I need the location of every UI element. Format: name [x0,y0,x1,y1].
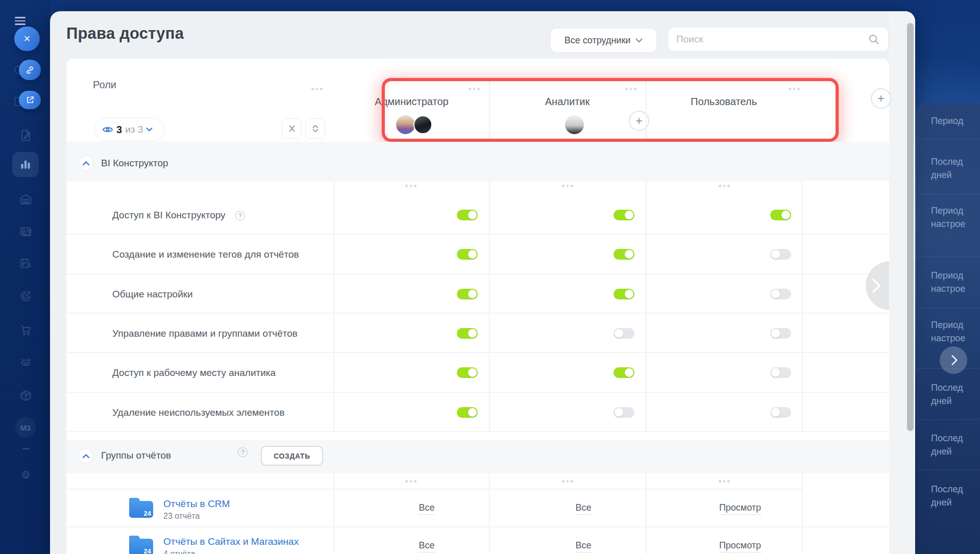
toggle-analyst[interactable] [614,249,634,260]
group-access-admin[interactable]: Все [376,502,478,513]
toggle-admin[interactable] [457,328,478,339]
permission-row: Общие настройки [66,274,889,314]
scrollbar-thumb[interactable] [907,23,914,431]
roles-highlight-box [382,78,839,142]
sidebar-item-shop[interactable] [19,323,33,337]
toggle-admin[interactable] [457,289,478,299]
sidebar-item-m3[interactable]: М3 [15,417,36,438]
roles-panel-title: Роли [93,79,116,91]
warehouse-icon [19,192,33,206]
link-icon [25,65,35,75]
chevron-up-icon [82,161,90,166]
chevron-down-icon [146,128,153,132]
avatar[interactable] [396,115,415,134]
access-rights-panel: Роли 3 из 3 Администратор Аналитик Польз… [66,59,889,554]
role-column-user[interactable]: Пользователь [646,96,802,108]
toggle-user[interactable] [770,210,791,220]
toggle-analyst[interactable] [614,289,634,299]
toggle-user[interactable] [770,328,791,339]
permission-label: Создание и изменение тегов для отчётов [112,249,299,260]
role-column-administrator[interactable]: Администратор [334,96,489,108]
toggle-user[interactable] [770,407,791,418]
role-column-analyst[interactable]: Аналитик [489,96,646,108]
group-access-admin[interactable]: Все [376,540,478,551]
permission-label: Общие настройки [112,289,193,300]
report-group-link[interactable]: Отчёты в Сайтах и Магазинах [163,536,299,547]
background-period-panel: Период Последдней Периоднастрое Периодна… [916,104,980,554]
group-access-analyst[interactable]: Все [532,540,634,551]
column-drag-dots[interactable] [719,185,730,187]
sidebar-item-robots[interactable] [19,356,33,369]
toggle-admin[interactable] [457,210,478,220]
sidebar-item-calendar[interactable] [19,257,33,270]
permission-row: Управление правами и группами отчётов [66,314,889,353]
administrator-menu-dots[interactable] [469,88,480,90]
calendar-icon [19,257,33,270]
m3-label: М3 [20,423,31,432]
toggle-user[interactable] [770,367,791,378]
toggle-analyst[interactable] [614,407,634,418]
chevron-up-icon [82,454,90,459]
create-group-button[interactable]: СОЗДАТЬ [261,446,323,466]
toggle-analyst[interactable] [614,367,634,378]
close-button[interactable]: × [14,27,40,51]
search-field[interactable] [668,27,889,52]
sidebar-item-catalog[interactable] [19,389,33,402]
avatar[interactable] [565,115,584,134]
permission-row: Доступ к BI Конструктору ? [66,195,889,235]
collapse-all-button[interactable] [282,118,302,139]
sidebar: × [0,0,50,554]
permission-label: Доступ к BI Конструктору [112,210,226,221]
column-drag-dots[interactable] [719,480,730,483]
roles-column-menu-dots[interactable] [311,88,323,90]
group-access-analyst[interactable]: Все [532,502,634,513]
column-drag-dots[interactable] [405,480,416,483]
toggle-analyst[interactable] [614,210,634,220]
visible-roles-filter[interactable]: 3 из 3 [94,118,164,141]
user-menu-dots[interactable] [789,88,800,90]
toggle-analyst[interactable] [614,328,634,339]
column-drag-dots[interactable] [562,185,573,187]
expand-all-button[interactable] [305,118,325,139]
help-icon[interactable]: ? [235,211,245,220]
plus-icon: + [635,114,643,128]
bi-section-collapse-button[interactable] [78,156,93,171]
shopping-cart-icon [19,323,33,337]
chevron-right-icon [950,354,959,366]
plus-icon: + [877,91,885,105]
menu-hamburger-icon[interactable] [15,17,26,25]
groups-section-collapse-button[interactable] [78,448,93,464]
group-access-user[interactable]: Просмотр [689,540,791,551]
copy-link-button[interactable] [19,60,41,80]
toggle-user[interactable] [770,249,791,260]
box-icon [19,389,33,402]
report-group-count: 4 отчёта [163,549,195,554]
search-input[interactable] [676,34,868,45]
help-icon[interactable]: ? [238,447,248,457]
sidebar-item-settings[interactable] [19,468,33,482]
add-role-button[interactable]: + [871,88,891,109]
open-external-button[interactable] [19,91,41,109]
sidebar-item-warehouse[interactable] [19,192,33,206]
toggle-admin[interactable] [457,249,478,260]
sidebar-item-bi-analytics-active[interactable] [12,152,39,177]
column-drag-dots[interactable] [562,480,573,483]
employees-filter-dropdown[interactable]: Все сотрудники [550,28,657,53]
toggle-admin[interactable] [457,367,478,378]
sidebar-item-marketing[interactable] [19,289,33,303]
toggle-user[interactable] [770,289,791,299]
permission-label: Удаление неиспользуемых элементов [112,407,285,418]
analyst-menu-dots[interactable] [625,88,636,90]
avatar[interactable] [413,115,432,134]
main-window: Права доступа Все сотрудники Роли 3 из 3 [50,11,915,554]
toggle-admin[interactable] [457,407,478,418]
groups-section-title: Группы отчётов [101,450,171,461]
sidebar-item-contacts[interactable] [19,224,33,238]
bi-section-header [66,142,889,181]
permission-label: Доступ к рабочему месту аналитика [112,367,276,379]
report-group-link[interactable]: Отчёты в CRM [163,498,230,510]
column-drag-dots[interactable] [405,185,416,187]
sidebar-item-documents[interactable] [19,129,33,142]
search-icon [868,33,880,45]
group-access-user[interactable]: Просмотр [689,502,791,513]
